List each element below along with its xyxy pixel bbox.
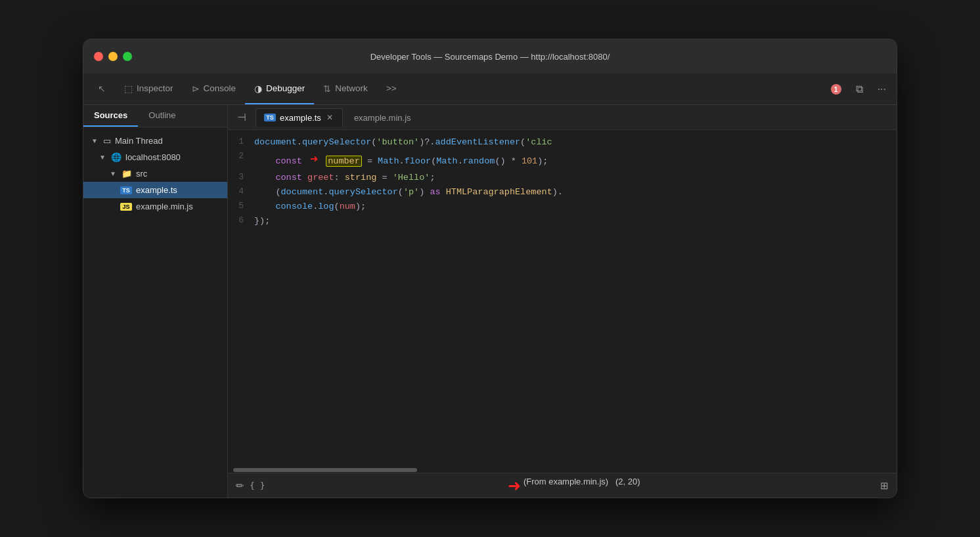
main-content: Sources Outline ▼ ▭ Main Thread ▼ 🌐 loca… xyxy=(83,105,897,498)
line-content-4: (document.querySelector('p') as HTMLPara… xyxy=(254,185,897,200)
cursor-icon: ↖ xyxy=(98,83,106,94)
pretty-print-icon[interactable]: ✏ xyxy=(236,480,244,492)
network-icon: ⇅ xyxy=(323,83,331,94)
status-arrow-area: ➜ (From example.min.js) (2, 20) xyxy=(270,477,875,495)
tab-cursor[interactable]: ↖ xyxy=(89,74,115,104)
sidebar-tabs: Sources Outline xyxy=(83,105,227,127)
responsive-button[interactable]: ⧉ xyxy=(851,81,868,98)
status-bar: ✏ { } ➜ (From example.min.js) (2, 20) ⊞ xyxy=(228,473,897,498)
src-label: src xyxy=(136,169,147,179)
title-bar: Developer Tools — Sourcemaps Demo — http… xyxy=(83,39,897,74)
editor-tab-js-label: example.min.js xyxy=(354,113,411,123)
tab-more[interactable]: >> xyxy=(377,74,406,104)
toolbar-right: 1 ⧉ ··· xyxy=(826,74,891,104)
tree-localhost[interactable]: ▼ 🌐 localhost:8080 xyxy=(83,149,227,165)
tab-network[interactable]: ⇅ Network xyxy=(314,74,377,104)
line-content-6: }); xyxy=(254,214,897,228)
arrow-icon: ▼ xyxy=(91,137,99,144)
minimize-button[interactable] xyxy=(108,52,118,61)
sidebar: Sources Outline ▼ ▭ Main Thread ▼ 🌐 loca… xyxy=(83,105,228,498)
highlight-number: number xyxy=(326,156,362,167)
line-content-5: console.log(num); xyxy=(254,200,897,214)
globe-icon: 🌐 xyxy=(111,152,122,162)
horizontal-scrollbar[interactable] xyxy=(228,467,897,473)
code-line-1: 1 document.querySelector('button')?.addE… xyxy=(228,135,897,150)
braces-label[interactable]: { } xyxy=(250,481,265,490)
tab-inspector[interactable]: ⬚ Inspector xyxy=(115,74,183,104)
console-label: Console xyxy=(204,83,236,93)
arrow-icon: ▼ xyxy=(110,170,118,177)
thread-icon: ▭ xyxy=(103,136,111,146)
status-right: ⊞ xyxy=(880,480,889,492)
toolbar: ↖ ⬚ Inspector ⊳ Console ◑ Debugger ⇅ Net… xyxy=(83,74,897,105)
main-thread-label: Main Thread xyxy=(115,136,163,146)
line-content-3: const greet: string = 'Hello'; xyxy=(254,171,897,185)
sidebar-tab-outline[interactable]: Outline xyxy=(138,105,186,127)
red-arrow-status: ➜ xyxy=(508,477,521,495)
code-line-4: 4 (document.querySelector('p') as HTMLPa… xyxy=(228,185,897,200)
line-number-5: 5 xyxy=(228,200,254,213)
tab-debugger[interactable]: ◑ Debugger xyxy=(245,74,314,104)
tree-file-example-min-js[interactable]: JS example.min.js xyxy=(83,198,227,215)
code-content[interactable]: 1 document.querySelector('button')?.addE… xyxy=(228,130,897,467)
code-line-5: 5 console.log(num); xyxy=(228,200,897,214)
line-number-1: 1 xyxy=(228,135,254,149)
line-number-6: 6 xyxy=(228,214,254,228)
devtools-window: Developer Tools — Sourcemaps Demo — http… xyxy=(83,39,897,498)
folder-icon: 📁 xyxy=(122,169,132,179)
window-title: Developer Tools — Sourcemaps Demo — http… xyxy=(370,52,610,62)
more-icon: >> xyxy=(386,83,397,93)
code-line-2: 2 const ➜ number = Math.floor(Math.rando… xyxy=(228,150,897,171)
file-js-label: example.min.js xyxy=(136,202,193,211)
red-arrow-line2: ➜ xyxy=(310,150,318,171)
editor-tabs: ⊣ TS example.ts ✕ example.min.js xyxy=(228,105,897,130)
js-badge: JS xyxy=(120,203,132,211)
source-map-icon[interactable]: ⊞ xyxy=(880,480,889,492)
file-ts-label: example.ts xyxy=(136,185,177,195)
tree-src[interactable]: ▼ 📁 src xyxy=(83,165,227,182)
localhost-label: localhost:8080 xyxy=(125,152,181,162)
ts-badge: TS xyxy=(120,186,132,194)
code-line-3: 3 const greet: string = 'Hello'; xyxy=(228,171,897,185)
sidebar-tab-sources[interactable]: Sources xyxy=(83,105,138,127)
editor-tab-example-ts[interactable]: TS example.ts ✕ xyxy=(256,108,343,127)
line-number-4: 4 xyxy=(228,185,254,199)
editor-tab-example-min-js[interactable]: example.min.js xyxy=(345,108,420,127)
source-label: (From example.min.js) (2, 20) xyxy=(523,477,640,495)
scrollbar-thumb[interactable] xyxy=(233,468,417,472)
close-tab-button[interactable]: ✕ xyxy=(325,113,334,122)
inspector-label: Inspector xyxy=(137,83,173,93)
error-count: 1 xyxy=(831,84,841,95)
debugger-icon: ◑ xyxy=(254,83,262,94)
ts-badge: TS xyxy=(264,114,276,121)
line-content-1: document.querySelector('button')?.addEve… xyxy=(254,135,897,150)
editor-area: ⊣ TS example.ts ✕ example.min.js 1 docum… xyxy=(228,105,897,498)
menu-button[interactable]: ··· xyxy=(872,81,891,98)
tree-main-thread[interactable]: ▼ ▭ Main Thread xyxy=(83,133,227,149)
debugger-label: Debugger xyxy=(266,83,305,93)
network-label: Network xyxy=(335,83,368,93)
maximize-button[interactable] xyxy=(123,52,132,61)
sidebar-toggle-button[interactable]: ⊣ xyxy=(233,108,250,126)
line-number-3: 3 xyxy=(228,171,254,184)
line-number-2: 2 xyxy=(228,150,254,163)
arrow-icon: ▼ xyxy=(99,154,107,161)
tab-console[interactable]: ⊳ Console xyxy=(183,74,246,104)
tree-file-example-ts[interactable]: TS example.ts xyxy=(83,182,227,198)
error-badge[interactable]: 1 xyxy=(826,83,847,96)
traffic-lights xyxy=(94,52,132,61)
console-icon: ⊳ xyxy=(192,83,200,94)
code-view: 1 document.querySelector('button')?.addE… xyxy=(228,130,897,473)
line-content-2: const ➜ number = Math.floor(Math.random(… xyxy=(254,150,897,171)
close-button[interactable] xyxy=(94,52,103,61)
inspector-icon: ⬚ xyxy=(124,83,133,94)
code-line-6: 6 }); xyxy=(228,214,897,228)
sidebar-tree: ▼ ▭ Main Thread ▼ 🌐 localhost:8080 ▼ 📁 s… xyxy=(83,127,227,498)
editor-tab-ts-label: example.ts xyxy=(280,113,321,123)
